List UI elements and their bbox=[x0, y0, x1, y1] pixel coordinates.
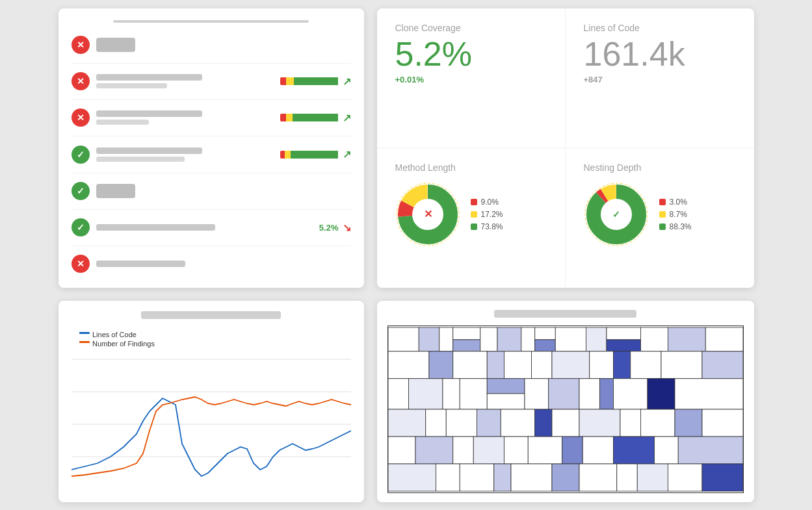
svg-rect-75 bbox=[415, 437, 453, 464]
clone-coverage-value: 5.2% bbox=[395, 37, 547, 71]
lines-of-code-change: +847 bbox=[584, 75, 736, 84]
legend-label: 73.8% bbox=[481, 222, 503, 231]
bar-green bbox=[293, 114, 338, 121]
mini-bar bbox=[280, 77, 339, 85]
legend-dot-red bbox=[659, 199, 666, 205]
legend-label: 9.0% bbox=[481, 198, 499, 207]
svg-text:Number of Findings: Number of Findings bbox=[92, 340, 155, 348]
legend-item: 88.3% bbox=[659, 222, 692, 231]
tag-box bbox=[96, 184, 135, 198]
status-icon-green: ✓ bbox=[72, 218, 90, 236]
svg-rect-95 bbox=[702, 464, 743, 491]
list-row[interactable]: ✕ ↗ bbox=[72, 70, 351, 93]
legend-label: 17.2% bbox=[481, 210, 503, 219]
bar-green bbox=[294, 77, 338, 85]
svg-rect-23 bbox=[452, 327, 480, 340]
row-label-sub bbox=[96, 83, 167, 88]
svg-rect-49 bbox=[388, 378, 409, 409]
mini-bar bbox=[280, 151, 339, 159]
treemap-panel bbox=[377, 301, 754, 502]
treemap-svg bbox=[388, 326, 743, 492]
svg-rect-29 bbox=[534, 339, 555, 351]
svg-rect-88 bbox=[493, 464, 510, 491]
svg-rect-24 bbox=[452, 339, 480, 351]
svg-rect-90 bbox=[552, 464, 579, 491]
legend-item: 17.2% bbox=[471, 210, 503, 219]
svg-rect-25 bbox=[480, 327, 497, 351]
list-row[interactable]: ✓ bbox=[72, 179, 351, 203]
svg-rect-41 bbox=[504, 351, 531, 378]
svg-rect-67 bbox=[534, 409, 551, 437]
legend-dot-red bbox=[471, 199, 477, 205]
row-label bbox=[96, 184, 351, 198]
legend-label: 88.3% bbox=[670, 222, 692, 231]
donut-container-nesting: ✓ 3.0% 8.7% 88.3% bbox=[584, 177, 736, 247]
row-label bbox=[96, 224, 313, 231]
svg-rect-54 bbox=[487, 393, 525, 409]
svg-rect-94 bbox=[668, 464, 702, 491]
svg-rect-69 bbox=[579, 409, 620, 437]
svg-rect-83 bbox=[654, 437, 678, 464]
metric-card-method-length: Method Length ✕ bbox=[377, 148, 566, 288]
bar-red bbox=[280, 114, 286, 121]
svg-rect-27 bbox=[521, 327, 534, 351]
chart-header-bar bbox=[141, 311, 281, 319]
svg-rect-62 bbox=[388, 409, 426, 437]
status-icon-red: ✕ bbox=[72, 72, 90, 90]
list-row[interactable]: ✓ ↗ bbox=[72, 143, 351, 166]
tag-box bbox=[96, 38, 135, 52]
list-row[interactable]: ✓ 5.2% ↘ bbox=[72, 216, 351, 239]
svg-rect-42 bbox=[531, 351, 552, 378]
svg-rect-52 bbox=[460, 378, 487, 409]
svg-rect-35 bbox=[668, 327, 705, 351]
list-row[interactable]: ✕ bbox=[72, 252, 351, 275]
row-label-sub bbox=[96, 157, 185, 162]
list-panel: ✕ ✕ ↗ ✕ bbox=[59, 8, 364, 288]
row-label bbox=[96, 147, 274, 162]
row-label-main bbox=[96, 224, 215, 231]
chart-panel: Lines of Code Number of Findings bbox=[59, 301, 364, 502]
list-header-bar bbox=[113, 20, 309, 23]
svg-rect-92 bbox=[616, 464, 637, 491]
row-label-main bbox=[96, 110, 203, 117]
svg-rect-76 bbox=[452, 437, 473, 464]
method-length-legend: 9.0% 17.2% 73.8% bbox=[471, 198, 503, 231]
row-label-main bbox=[96, 147, 203, 154]
svg-rect-26 bbox=[497, 327, 521, 351]
chart-area: Lines of Code Number of Findings bbox=[72, 327, 351, 492]
row-label bbox=[96, 110, 274, 125]
svg-rect-38 bbox=[429, 351, 453, 378]
svg-rect-31 bbox=[586, 327, 607, 351]
svg-rect-57 bbox=[579, 378, 600, 409]
nesting-depth-donut: ✓ bbox=[584, 182, 649, 247]
svg-rect-40 bbox=[487, 351, 504, 378]
svg-rect-71 bbox=[640, 409, 675, 437]
svg-rect-66 bbox=[501, 409, 535, 437]
svg-rect-79 bbox=[528, 437, 562, 464]
svg-rect-18 bbox=[79, 341, 90, 343]
arrow-up-icon: ↗ bbox=[343, 75, 351, 88]
main-container: ✕ ✕ ↗ ✕ bbox=[46, 0, 767, 510]
svg-rect-28 bbox=[534, 327, 555, 340]
metric-card-lines-of-code: Lines of Code 161.4k +847 bbox=[566, 8, 754, 148]
svg-rect-74 bbox=[388, 437, 415, 464]
svg-rect-87 bbox=[460, 464, 494, 491]
svg-rect-36 bbox=[705, 327, 743, 351]
svg-rect-89 bbox=[511, 464, 552, 491]
svg-rect-61 bbox=[675, 378, 743, 409]
clone-coverage-change: +0.01% bbox=[395, 75, 547, 84]
legend-item: 73.8% bbox=[471, 222, 503, 231]
svg-rect-56 bbox=[548, 378, 579, 409]
svg-rect-53 bbox=[487, 378, 525, 393]
svg-rect-43 bbox=[552, 351, 590, 378]
bar-red bbox=[280, 151, 285, 159]
row-label bbox=[96, 38, 351, 52]
legend-item: 9.0% bbox=[471, 198, 503, 207]
list-row[interactable]: ✕ ↗ bbox=[72, 106, 351, 129]
status-icon-red: ✕ bbox=[72, 108, 90, 127]
lines-of-code-title: Lines of Code bbox=[584, 23, 736, 33]
row-label-main bbox=[96, 74, 203, 81]
list-row[interactable]: ✕ bbox=[72, 33, 351, 57]
legend-dot-green bbox=[471, 223, 477, 230]
mini-bar bbox=[280, 114, 339, 121]
